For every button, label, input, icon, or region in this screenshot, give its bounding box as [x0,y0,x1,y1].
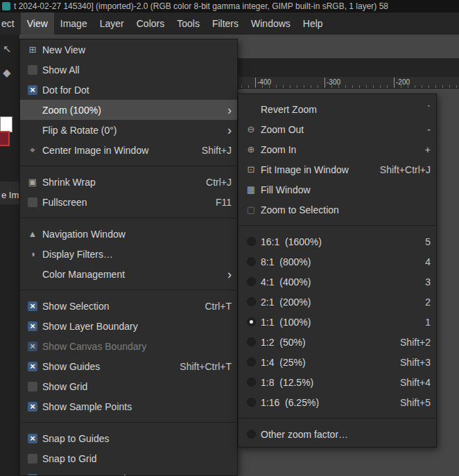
menu-item-snap-to-grid[interactable]: Snap to Grid [20,448,237,468]
menu-item-zoom-1-2[interactable]: 1:2 (50%) Shift+2 [239,332,436,352]
radio-selected-icon [247,317,256,326]
menu-item-zoom-out[interactable]: ⊖ Zoom Out - [239,119,436,139]
menu-item-zoom-1-16[interactable]: 1:16 (6.25%) Shift+5 [239,392,436,412]
foreground-color-swatch[interactable] [0,116,12,132]
radio-icon [247,257,256,266]
menu-item-color-management[interactable]: Color Management › [20,264,237,284]
menu-item-zoom-in[interactable]: ⊕ Zoom In + [239,139,436,159]
menu-item-center-image[interactable]: ⌖ Center Image in Window Shift+J [20,140,237,160]
menu-item-snap-to-guides[interactable]: Snap to Guides [20,428,237,448]
zoom-submenu: Revert Zoom ` ⊖ Zoom Out - ⊕ Zoom In + ⊡… [238,94,437,448]
menu-item-fullscreen[interactable]: Fullscreen F11 [20,192,237,212]
menu-item-fill-window[interactable]: ▦ Fill Window [239,179,436,200]
menubar-item-filters[interactable]: Filters [206,12,245,35]
menu-item-zoom-2-1[interactable]: 2:1 (200%) 2 [239,292,436,312]
menu-item-show-sample-points[interactable]: Show Sample Points [20,396,237,416]
radio-icon [247,398,256,407]
menu-item-flip-rotate[interactable]: Flip & Rotate (0°) › [20,120,237,140]
menu-item-label: New View [42,44,85,55]
zoom-to-selection-icon: ▢ [247,205,255,214]
menu-item-shrink-wrap[interactable]: ▣ Shrink Wrap Ctrl+J [20,172,237,192]
ruler-tick: -400 [255,78,271,87]
menu-item-label: 16:1 (1600%) [261,236,322,247]
menu-item-label: Show All [42,64,80,76]
menu-item-show-selection[interactable]: Show Selection Ctrl+T [20,296,237,316]
menu-item-show-layer-boundary[interactable]: Show Layer Boundary [20,316,237,336]
menu-item-zoom-to-selection[interactable]: ▢ Zoom to Selection [239,200,436,220]
submenu-arrow-icon: › [227,124,232,136]
menubar-item-tools[interactable]: Tools [171,12,206,35]
ruler-tick: -300 [324,78,340,87]
shortcut-label: Ctrl+T [193,301,232,312]
menu-separator [239,418,435,418]
menu-separator [21,218,236,218]
checkbox-checked-icon [28,301,37,311]
menubar-item-view[interactable]: View [21,12,54,35]
menubar-item-colors[interactable]: Colors [130,12,171,35]
menu-item-navigation-window[interactable]: ▲ Navigation Window [20,224,237,244]
menu-item-label: Other zoom factor… [261,429,348,440]
menu-item-label: Zoom to Selection [261,204,339,215]
menu-item-label: Snap to Guides [42,433,110,444]
menubar-item-layer[interactable]: Layer [94,12,130,35]
shortcut-label: Shift+4 [388,377,431,388]
menu-item-zoom-8-1[interactable]: 8:1 (800%) 4 [239,252,436,272]
menu-item-label: Show Grid [42,381,87,392]
fill-window-icon: ▦ [247,185,255,194]
radio-icon [247,337,256,346]
submenu-arrow-icon: › [227,268,232,281]
menubar-item-help[interactable]: Help [297,12,329,35]
view-menu: ⊞ New View Show All Dot for Dot Zoom (10… [19,39,238,476]
tool-icon[interactable]: ◆ [3,67,11,79]
menu-item-label: Fill Window [261,184,311,195]
zoom-in-icon: ⊕ [248,145,255,154]
shortcut-label: Shift+5 [388,397,431,408]
menu-item-label: Revert Zoom [261,104,317,115]
menu-item-zoom-1-8[interactable]: 1:8 (12.5%) Shift+4 [239,372,436,392]
background-color-swatch[interactable] [0,131,10,146]
radio-icon [247,277,256,286]
menu-item-label: Flip & Rotate (0°) [42,125,117,136]
menu-item-label: Dot for Dot [42,85,89,96]
shortcut-label: Ctrl+J [193,177,232,188]
menu-separator [21,422,236,423]
menu-item-zoom[interactable]: Zoom (100%) › [20,100,237,120]
menu-item-snap-to-canvas-edges[interactable]: Snap to Canvas Edges [20,468,237,476]
menu-item-zoom-1-4[interactable]: 1:4 (25%) Shift+3 [239,352,436,372]
checkbox-unchecked-icon [28,197,37,207]
zoom-out-icon: ⊖ [248,125,255,134]
shortcut-label: + [413,144,431,155]
menubar: ect View Image Layer Colors Tools Filter… [0,12,459,35]
menu-item-show-grid[interactable]: Show Grid [20,376,237,396]
dock-label-fragment: e Im [0,182,19,204]
move-tool-icon[interactable]: ↖ [3,43,12,55]
shrink-wrap-icon: ▣ [28,177,37,186]
menu-item-fit-image-in-window[interactable]: ⊡ Fit Image in Window Shift+Ctrl+J [239,159,436,179]
menu-item-show-all[interactable]: Show All [20,60,237,80]
menu-item-new-view[interactable]: ⊞ New View [20,39,237,60]
menu-item-dot-for-dot[interactable]: Dot for Dot [20,80,237,100]
menubar-item-windows[interactable]: Windows [245,12,297,35]
menu-item-zoom-16-1[interactable]: 16:1 (1600%) 5 [239,231,436,252]
menubar-item-select[interactable]: ect [0,12,21,35]
submenu-arrow-icon: › [227,104,232,116]
menubar-item-image[interactable]: Image [54,12,94,35]
shortcut-label: Shift+2 [388,337,431,348]
menu-item-zoom-1-1[interactable]: 1:1 (100%) 1 [239,312,436,332]
menu-item-revert-zoom[interactable]: Revert Zoom ` [239,99,436,119]
menu-item-show-guides[interactable]: Show Guides Shift+Ctrl+T [20,356,237,376]
checkbox-checked-icon [28,402,37,412]
shortcut-label: 4 [413,256,431,267]
menu-item-label: Show Canvas Boundary [42,341,146,352]
menu-separator [21,166,236,166]
menu-item-other-zoom-factor[interactable]: Other zoom factor… [239,424,436,444]
menu-item-label: Fit Image in Window [261,164,349,175]
menu-item-display-filters[interactable]: ◑ Display Filters… [20,244,237,264]
menu-item-label: Snap to Grid [42,453,97,464]
menu-item-zoom-4-1[interactable]: 4:1 (400%) 3 [239,272,436,292]
radio-icon [247,237,256,246]
shortcut-label: 1 [413,317,431,328]
menu-item-label: 1:2 (50%) [261,337,306,348]
menu-item-label: Show Sample Points [42,401,132,412]
menu-item-label: 1:8 (12.5%) [261,377,313,388]
